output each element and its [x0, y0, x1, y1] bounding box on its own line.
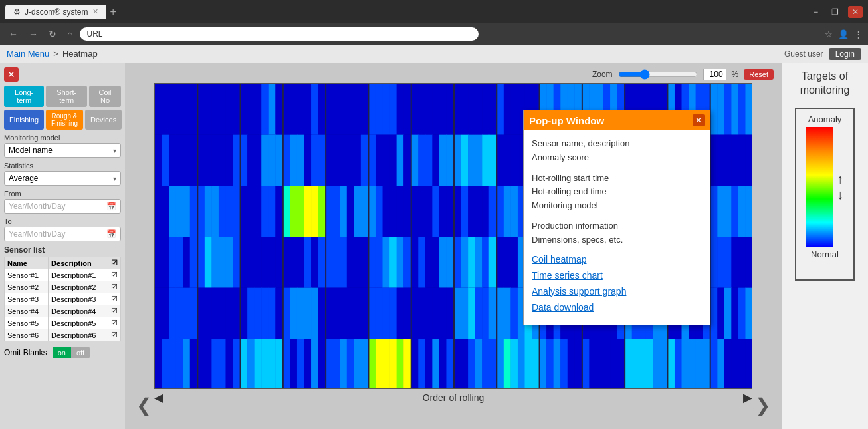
svg-rect-154 — [347, 135, 354, 186]
order-of-rolling-label: Order of rolling — [163, 392, 743, 403]
svg-rect-208 — [389, 288, 397, 339]
table-row[interactable]: Sensor#2Description#2☑ — [5, 281, 121, 293]
svg-rect-238 — [432, 237, 439, 288]
svg-rect-79 — [241, 135, 248, 186]
svg-rect-71 — [225, 339, 233, 389]
tab-finishing[interactable]: Finishing — [4, 110, 44, 130]
svg-rect-31 — [155, 339, 162, 389]
svg-rect-284 — [461, 339, 469, 389]
svg-rect-191 — [397, 135, 404, 186]
popup-link-data-download[interactable]: Data download — [532, 302, 702, 313]
arrow-up-icon: ↑ — [837, 172, 843, 187]
popup-link-coil-heatmap[interactable]: Coil heatmap — [532, 254, 702, 265]
sensor-checkbox[interactable]: ☑ — [108, 329, 121, 341]
nav-right-btn[interactable]: ❯ — [755, 394, 770, 416]
svg-rect-158 — [333, 186, 340, 237]
refresh-btn[interactable]: ↻ — [45, 27, 60, 41]
svg-rect-164 — [333, 237, 340, 288]
back-btn[interactable]: ← — [5, 27, 21, 41]
window-controls: − ❐ ✕ — [810, 6, 863, 18]
popup-info-line5: Monitoring model — [532, 200, 598, 210]
sensor-checkbox[interactable]: ☑ — [108, 281, 121, 293]
table-row[interactable]: Sensor#4Description#4☑ — [5, 305, 121, 317]
svg-rect-53 — [225, 186, 233, 237]
tab-coil-no[interactable]: Coil No — [89, 86, 121, 107]
new-tab-btn[interactable]: + — [110, 6, 116, 18]
svg-rect-76 — [261, 84, 269, 135]
tab-devices[interactable]: Devices — [85, 110, 122, 130]
svg-rect-234 — [446, 186, 453, 237]
svg-rect-475 — [710, 135, 718, 186]
svg-rect-99 — [255, 288, 262, 339]
from-date-input[interactable]: Year/Month/Day 📅 — [4, 199, 121, 214]
svg-rect-171 — [340, 288, 347, 339]
breadcrumb-home[interactable]: Main Menu — [7, 49, 49, 59]
tab-short-term[interactable]: Short-term — [46, 86, 87, 107]
svg-rect-70 — [219, 339, 226, 389]
home-btn[interactable]: ⌂ — [64, 27, 76, 41]
svg-rect-30 — [190, 288, 197, 339]
svg-rect-486 — [745, 186, 752, 237]
svg-rect-161 — [354, 186, 361, 237]
svg-rect-258 — [489, 84, 496, 135]
reset-button[interactable]: Reset — [744, 69, 774, 80]
login-button[interactable]: Login — [829, 48, 861, 60]
svg-rect-120 — [318, 135, 326, 186]
user-label: Guest user — [784, 49, 823, 59]
svg-rect-227 — [439, 135, 447, 186]
svg-rect-90 — [275, 186, 282, 237]
popup-link-analysis-support[interactable]: Analysis support graph — [532, 286, 702, 297]
user-icon[interactable]: 👤 — [838, 29, 849, 39]
legend-gradient-container: ↑ ↓ — [806, 127, 843, 247]
tab-long-term[interactable]: Long-term — [4, 86, 44, 107]
svg-rect-40 — [219, 84, 226, 135]
svg-rect-199 — [368, 237, 376, 288]
scroll-right-arrow[interactable]: ▶ — [743, 390, 752, 405]
table-row[interactable]: Sensor#1Description#1☑ — [5, 269, 121, 281]
sensor-checkbox[interactable]: ☑ — [108, 269, 121, 281]
svg-rect-471 — [724, 84, 732, 135]
svg-rect-96 — [275, 237, 282, 288]
table-row[interactable]: Sensor#6Description#6☑ — [5, 329, 121, 341]
svg-rect-157 — [326, 186, 333, 237]
tab-rough-finishing[interactable]: Rough & Finishing — [46, 110, 83, 130]
sensor-name: Sensor#2 — [5, 281, 49, 293]
tab-close-btn[interactable]: ✕ — [92, 7, 98, 16]
svg-rect-288 — [489, 339, 496, 389]
table-row[interactable]: Sensor#3Description#3☑ — [5, 293, 121, 305]
svg-rect-152 — [333, 135, 340, 186]
table-row[interactable]: Sensor#5Description#5☑ — [5, 317, 121, 329]
to-date-input[interactable]: Year/Month/Day 📅 — [4, 227, 121, 241]
toggle-off-btn[interactable]: off — [71, 347, 90, 358]
toggle-on-btn[interactable]: on — [53, 347, 71, 358]
popup-info-block1: Sensor name, description Anomaly score — [532, 137, 702, 165]
settings-icon[interactable]: ⋮ — [854, 29, 863, 39]
svg-rect-202 — [389, 237, 397, 288]
sensor-checkbox[interactable]: ☑ — [108, 293, 121, 305]
scroll-left-arrow[interactable]: ◀ — [154, 390, 163, 405]
model-name-select[interactable]: Model name ▾ — [4, 143, 121, 158]
sensor-checkbox[interactable]: ☑ — [108, 305, 121, 317]
restore-btn[interactable]: ❐ — [827, 6, 843, 18]
svg-rect-427 — [625, 339, 632, 389]
active-tab[interactable]: ⚙ J-dscom® system ✕ — [5, 5, 106, 19]
svg-rect-150 — [361, 84, 368, 135]
sensor-checkbox[interactable]: ☑ — [108, 317, 121, 329]
svg-rect-200 — [376, 237, 383, 288]
svg-rect-74 — [247, 84, 255, 135]
svg-rect-240 — [446, 237, 453, 288]
svg-rect-82 — [261, 135, 269, 186]
forward-btn[interactable]: → — [25, 27, 41, 41]
nav-left-btn[interactable]: ❮ — [136, 394, 152, 416]
bookmark-icon[interactable]: ☆ — [825, 29, 833, 39]
url-bar[interactable]: URL — [80, 27, 479, 41]
close-btn[interactable]: ✕ — [848, 6, 863, 18]
minimize-btn[interactable]: − — [810, 6, 822, 18]
left-panel: ✕ Long-term Short-term Coil No Finishing… — [0, 63, 125, 429]
popup-close-btn[interactable]: ✕ — [693, 114, 705, 126]
svg-rect-37 — [197, 84, 205, 135]
popup-link-time-series[interactable]: Time series chart — [532, 270, 702, 281]
zoom-slider[interactable] — [618, 69, 698, 80]
statistics-select[interactable]: Average ▾ — [4, 171, 121, 186]
panel-close-button[interactable]: ✕ — [4, 67, 19, 82]
